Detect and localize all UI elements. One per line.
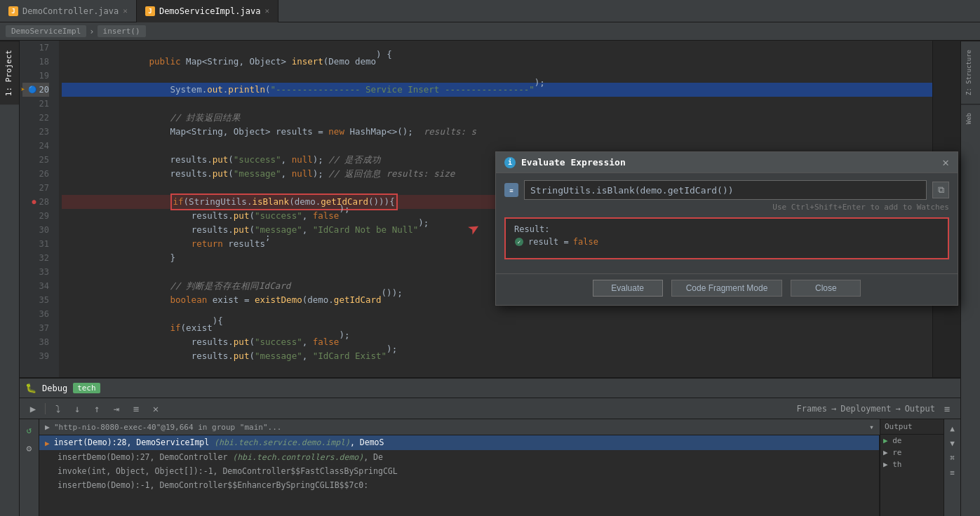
exec-arrow: ➤	[21, 83, 25, 97]
ln-24: 24	[22, 139, 49, 153]
code-fragment-mode-button[interactable]: Code Fragment Mode	[671, 280, 783, 297]
step-over-button[interactable]: ⤵	[50, 401, 65, 416]
ln-28: ● 28	[22, 195, 49, 209]
step-out-button[interactable]: ↑	[89, 401, 105, 416]
frames-section: Frames → Deployment →	[797, 404, 901, 414]
breadcrumb-separator: ›	[89, 27, 94, 36]
dialog-close-button[interactable]: ✕	[942, 156, 949, 169]
svg-text:✓: ✓	[518, 239, 521, 245]
output-controls: ▲ ▼ ⌘ ≡	[944, 419, 960, 516]
breadcrumb-class[interactable]: DemoServiceImpl	[6, 25, 86, 37]
hint-text: Use Ctrl+Shift+Enter to add to Watches	[504, 203, 949, 212]
output-label: Output	[905, 404, 935, 414]
thread-row: ▶ "http-nio-8080-exec-40"@19,664 in grou…	[39, 419, 880, 435]
ln-20: ➤ 🔵 20	[22, 83, 49, 97]
output-item-de: ▶ de	[880, 435, 944, 447]
frame-text: insert(Demo):28, DemoServiceImpl (hbi.te…	[54, 437, 384, 447]
line-38: results.put("success", false);	[62, 335, 932, 349]
result-icon: ✓	[514, 237, 524, 247]
debug-tab[interactable]: Debug	[42, 383, 67, 393]
drop-frame-button[interactable]: ✕	[148, 401, 163, 416]
dialog-title-bar: i Evaluate Expression ✕	[496, 152, 958, 173]
ln-38: 38	[22, 335, 49, 349]
frames-panel: ▶ insert(Demo):28, DemoServiceImpl (hbi.…	[39, 435, 880, 516]
close-icon-active[interactable]: ✕	[264, 6, 269, 15]
svg-text:≡: ≡	[509, 187, 514, 194]
output-settings[interactable]: ≡	[946, 466, 959, 479]
tab-demo-service-impl[interactable]: J DemoServiceImpl.java ✕	[137, 0, 278, 22]
result-value: ✓ result = false	[514, 237, 939, 247]
run-to-cursor-button[interactable]: ⇥	[109, 401, 124, 416]
breadcrumb-method[interactable]: insert()	[98, 25, 146, 37]
ln-32: 32	[22, 251, 49, 265]
ln-39: 39	[22, 349, 49, 363]
ln-27: 27	[22, 181, 49, 195]
ln-22: 22	[22, 111, 49, 125]
result-name: result =	[528, 237, 569, 247]
ln-23: 23	[22, 125, 49, 139]
evaluate-button[interactable]: ≡	[128, 401, 144, 416]
result-val: false	[573, 237, 598, 247]
ln-29: 29	[22, 209, 49, 223]
evaluate-dialog: i Evaluate Expression ✕ ≡ ⧉ Use Ctrl+Shi…	[495, 151, 958, 306]
deployment-label: Deployment	[840, 404, 891, 414]
frame-item-0[interactable]: ▶ insert(Demo):28, DemoServiceImpl (hbi.…	[39, 435, 879, 450]
line-21	[62, 97, 932, 111]
frame-text-2: invoke(int, Object, Object[]):-1, DemoCo…	[45, 466, 398, 476]
step-into-button[interactable]: ↓	[69, 401, 85, 416]
output-scroll-down[interactable]: ▼	[946, 437, 959, 449]
ln-34: 34	[22, 279, 49, 293]
line-24	[62, 139, 932, 153]
frame-item-2[interactable]: invoke(int, Object, Object[]):-1, DemoCo…	[39, 464, 879, 478]
frames-arrow: →	[831, 404, 836, 414]
expression-input[interactable]	[524, 180, 927, 200]
ln-19: 19	[22, 69, 49, 83]
expression-input-row: ≡ ⧉	[504, 180, 949, 200]
copy-button[interactable]: ⧉	[932, 182, 949, 198]
debug-toolbar: ▶ ⤵ ↓ ↑ ⇥ ≡ ✕ Frames → Deployment → Outp…	[20, 398, 960, 419]
sidebar-tab-structure[interactable]: Z: Structure	[961, 41, 980, 104]
tab-label: DemoController.java	[22, 6, 119, 16]
frame-text-1: insertDemo(Demo):27, DemoController (hbi…	[45, 452, 383, 462]
close-icon[interactable]: ✕	[123, 6, 128, 15]
ln-35: 35	[22, 293, 49, 307]
resume-button[interactable]: ▶	[25, 401, 41, 416]
output-settings-button[interactable]: ≡	[939, 401, 955, 416]
dialog-title: Evaluate Expression	[521, 157, 626, 168]
output-scroll-up[interactable]: ▲	[946, 422, 959, 435]
result-box: Result: ✓ result = false	[504, 217, 949, 259]
sidebar-tab-web[interactable]: Web	[961, 104, 980, 133]
output-panel-label: Output	[885, 422, 913, 431]
frame-arrow: ▶	[45, 439, 50, 448]
java-icon: J	[8, 6, 18, 16]
ln-25: 25	[22, 153, 49, 167]
output-item-re: ▶ re	[880, 447, 944, 459]
sidebar-tab-project[interactable]: 1: Project	[0, 41, 19, 104]
tab-demo-controller[interactable]: J DemoController.java ✕	[0, 0, 137, 22]
deployment-arrow: →	[895, 404, 900, 414]
settings-icon[interactable]: ⚙	[22, 440, 37, 456]
line-36	[62, 307, 932, 321]
frame-item-3[interactable]: insertDemo(Demo):-1, DemoController$$Enh…	[39, 478, 879, 492]
evaluate-button[interactable]: Evaluate	[593, 280, 663, 297]
ln-36: 36	[22, 307, 49, 321]
tab-label-active: DemoServiceImpl.java	[159, 6, 261, 16]
output-item-th: ▶ th	[880, 459, 944, 470]
frame-item-1[interactable]: insertDemo(Demo):27, DemoController (hbi…	[39, 450, 879, 464]
tech-badge[interactable]: tech	[73, 383, 100, 393]
line-23: Map<String, Object> results = new HashMa…	[62, 125, 932, 139]
expr-icon: ≡	[504, 183, 518, 197]
thread-label: "http-nio-8080-exec-40"@19,664 in group …	[54, 423, 865, 432]
close-button[interactable]: Close	[791, 280, 861, 297]
output-filter[interactable]: ⌘	[946, 452, 959, 464]
ln-30: 30	[22, 223, 49, 237]
thread-dropdown[interactable]: ▾	[869, 422, 874, 432]
ln-18: 18	[22, 55, 49, 69]
restart-icon[interactable]: ↺	[22, 422, 37, 437]
line-20: System.out.println("---------------- Ser…	[62, 83, 932, 97]
ln-17: 17	[22, 41, 49, 55]
line-18: public Map<String, Object> insert(Demo d…	[62, 55, 932, 69]
line-22: // 封装返回结果	[62, 111, 932, 125]
java-icon-active: J	[145, 6, 155, 16]
result-label: Result:	[514, 224, 939, 234]
